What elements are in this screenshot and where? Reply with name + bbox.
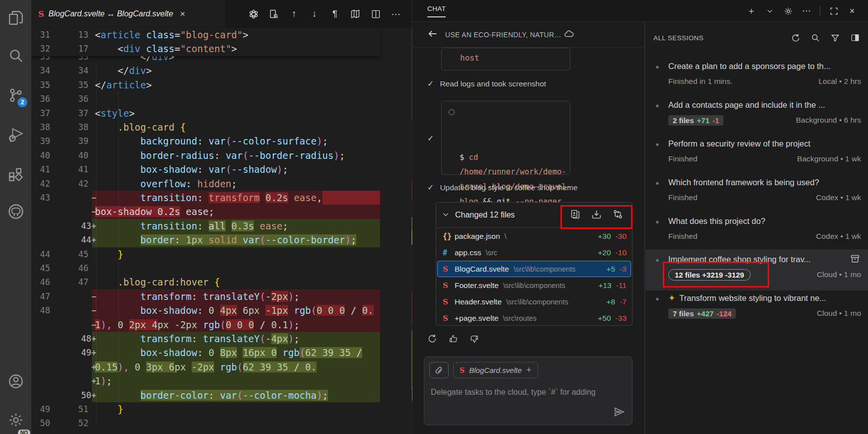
code-line[interactable]: 47− transform: translateY(-2px); [31,289,380,303]
close-panel-icon[interactable]: × [847,6,857,16]
code-line[interactable]: 3737<style> [31,106,380,120]
changed-file-row-package-json[interactable]: {}package.json\+30-30 [436,228,632,244]
extensions-icon[interactable] [0,160,31,188]
maximize-panel-icon[interactable] [829,6,839,16]
svelte-file-icon: S [443,314,455,323]
refresh-icon[interactable] [790,33,800,43]
changed-file-row--page-svelte[interactable]: S+page.svelte\src\routes+50-33 [436,310,632,326]
code-line[interactable]: 5052 [31,416,380,430]
archive-icon[interactable] [850,254,860,266]
split-editor-icon[interactable] [370,8,381,19]
code-line[interactable]: 3113<article class="blog-card"> [31,28,380,42]
send-icon[interactable] [614,406,625,420]
code-line[interactable]: 4546 [31,261,380,275]
tab-chat[interactable]: CHAT [427,5,446,17]
session-meta: Cloud • 1 mo [817,309,861,318]
apply-changes-icon[interactable] [591,209,602,221]
code-line[interactable]: −box-shadow 0.2s ease; [31,205,380,218]
back-arrow-icon[interactable] [427,28,438,41]
chat-session-title[interactable]: USE AN ECO-FRIENDLY, NATURALIST STYLING … [445,31,563,39]
code-line[interactable]: 4647 .blog-card:hover { [31,275,380,289]
settings-gear-icon[interactable]: NO [0,406,31,434]
diff-code-area[interactable]: 3333 </div>3434 </div>3535</article>3636… [31,28,380,434]
session-bullet-icon: ● [655,256,659,264]
session-item-5[interactable]: ●What does this project do?FinishedCodex… [645,214,868,250]
retry-icon[interactable] [426,333,438,345]
code-line[interactable]: 3434 </div> [31,64,380,77]
editor-more-actions-icon[interactable]: ⋯ [391,8,401,19]
code-line[interactable]: 3535</article> [31,78,380,92]
search-icon[interactable] [810,33,820,43]
new-chat-icon[interactable]: ＋ [746,6,756,16]
session-item-4[interactable]: ●Which frontend framework is being used?… [645,175,868,211]
code-line[interactable]: 43− transition: transform 0.2s ease, [31,191,380,205]
session-meta: Codex • 1 wk [816,193,861,202]
context-chip-blogcard[interactable]: S BlogCard.svelte + [453,362,538,378]
session-item-7[interactable]: ●✦Transform website styling to vibrant n… [645,291,868,327]
previous-change-icon[interactable]: ↑ [289,8,300,19]
code-line[interactable]: 48+ transform: translateY(-4px); [31,332,380,346]
thumbs-down-icon[interactable] [468,333,480,345]
chip-add-icon[interactable]: + [526,365,532,375]
github-icon[interactable] [0,198,31,225]
more-icon[interactable]: ⋯ [801,6,811,16]
file-name: Footer.svelte [455,281,499,290]
session-item-3[interactable]: ●Perform a security review of the projec… [645,137,868,172]
chevron-down-icon[interactable] [765,6,775,16]
code-line[interactable]: 3939 background: var(--color-surface); [31,134,380,148]
session-title: Add a contacts page and include it in th… [668,98,847,112]
explorer-icon[interactable] [0,4,31,32]
chat-input-box[interactable]: S BlogCard.svelte + Delegate tasks to th… [424,357,632,425]
session-item-6[interactable]: ●Implement coffee shop styling for trav.… [645,249,868,290]
modified-line-number: 38 [52,120,97,134]
code-line[interactable]: 50+ border-color: var(--color-mocha); [31,388,380,402]
code-line[interactable]: 4141 box-shadow: var(--shadow); [31,162,380,176]
open-changes-icon[interactable] [268,8,279,19]
tab-close-icon[interactable]: × [180,9,185,19]
session-item-2[interactable]: ●Add a contacts page and include it in t… [645,98,868,134]
layout-panel-icon[interactable] [850,33,860,43]
changed-file-row-footer-svelte[interactable]: SFooter.svelte\src\lib\components+13-11 [436,277,632,293]
attach-paperclip-icon[interactable] [429,362,449,378]
terminal-line: /home/runner/work/demo- [460,165,564,180]
code-line[interactable]: 4951 } [31,402,380,416]
code-line[interactable]: 4040 border-radius: var(--border-radius)… [31,148,380,162]
filter-icon[interactable] [830,33,840,43]
changed-file-row-header-svelte[interactable]: SHeader.svelte\src\lib\components+8-7 [436,293,632,310]
code-line[interactable]: 3838 .blog-card { [31,120,380,134]
next-change-icon[interactable]: ↓ [309,8,320,19]
search-icon[interactable] [0,42,31,70]
code-line[interactable]: 4445 } [31,247,380,261]
changed-file-row-blogcard-svelte[interactable]: SBlogCard.svelte\src\lib\components+5-3 [437,261,631,277]
modified-line-number: − [52,318,97,332]
code-line[interactable]: 4242 overflow: hidden; [31,177,380,191]
modified-line-number: − [52,191,97,205]
whitespace-icon[interactable]: ¶ [329,8,340,19]
changed-files-header[interactable]: Changed 12 files [436,203,632,228]
code-line[interactable]: 49+ box-shadow: 0 8px 16px 0 rgb(62 39 3… [31,346,380,360]
session-item-1[interactable]: ●Create a plan to add a sponsors page to… [645,59,868,95]
run-debug-icon[interactable] [0,122,31,149]
git-compare-icon[interactable] [613,209,623,221]
code-line[interactable]: +1); [31,374,380,388]
code-line[interactable]: 44+ border: 1px solid var(--color-border… [31,233,380,247]
source-control-icon[interactable]: 2 [0,81,31,109]
original-line-number: 38 [31,120,50,134]
chevron-down-icon[interactable] [442,211,449,219]
codex-openai-icon[interactable] [248,8,259,19]
account-icon[interactable] [0,367,31,395]
code-line[interactable]: +0.15), 0 3px 6px -2px rgb(62 39 35 / 0. [31,360,380,374]
tab-blogcard-diff[interactable]: S BlogCard.svelte ↔ BlogCard.svelte × [31,0,225,28]
chat-input-placeholder[interactable]: Delegate tasks to the cloud, type `#` fo… [431,388,625,397]
code-line[interactable]: 3636 [31,92,380,106]
thumbs-up-icon[interactable] [447,333,459,345]
code-line[interactable]: −1), 0 2px 4px -2px rgb(0 0 0 / 0.1); [31,318,380,332]
changed-file-row-app-css[interactable]: #app.css\src+20-10 [436,244,632,261]
modified-line-number: 39 [52,134,97,148]
map-icon[interactable] [350,8,361,19]
code-line[interactable]: 3217 <div class="content"> [31,42,380,56]
code-line[interactable]: 43+ transition: all 0.3s ease; [31,219,380,233]
code-line[interactable]: 48− box-shadow: 0 4px 6px -1px rgb(0 0 0… [31,303,380,317]
view-diff-icon[interactable] [570,209,580,221]
gear-icon[interactable] [783,6,793,16]
